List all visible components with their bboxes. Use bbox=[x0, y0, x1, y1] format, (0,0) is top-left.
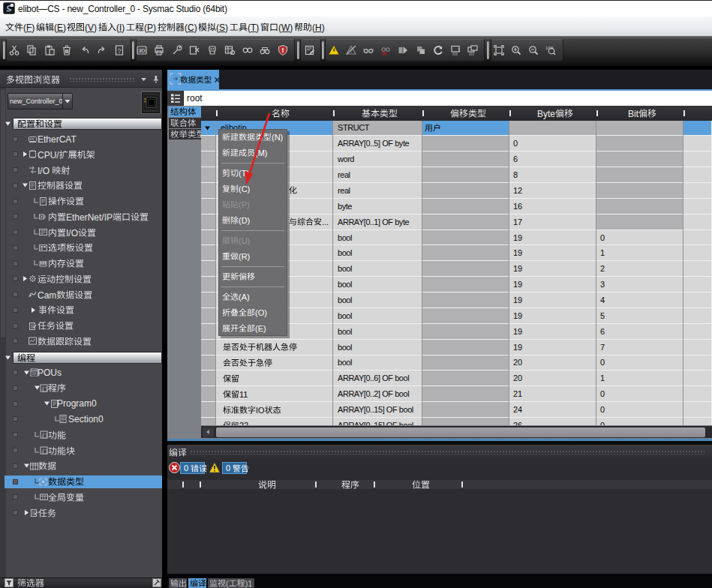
svg-text:)1: )1 bbox=[245, 579, 253, 588]
svg-text:(T): (T) bbox=[248, 22, 259, 32]
svg-text:(I): (I) bbox=[116, 22, 125, 32]
svg-text:(C): (C) bbox=[185, 22, 197, 32]
svg-text:I/O: I/O bbox=[38, 165, 50, 176]
svg-text:(S): (S) bbox=[216, 22, 228, 32]
svg-text:{}: {} bbox=[41, 432, 48, 439]
svg-text:Byte: Byte bbox=[537, 108, 555, 118]
svg-text:...: ... bbox=[322, 218, 329, 226]
svg-text:CPU/: CPU/ bbox=[38, 149, 59, 160]
svg-text:EtherNet/IP: EtherNet/IP bbox=[66, 212, 113, 222]
svg-text:(H): (H) bbox=[312, 22, 325, 32]
svg-text:(P): (P) bbox=[238, 200, 249, 209]
svg-text:(E): (E) bbox=[254, 324, 266, 333]
svg-text:(O): (O) bbox=[254, 308, 266, 317]
svg-text:{}: {} bbox=[41, 448, 48, 454]
svg-text:1: 1 bbox=[458, 47, 461, 52]
svg-text:(V): (V) bbox=[85, 22, 97, 32]
svg-text:Cam: Cam bbox=[38, 290, 56, 300]
svg-text:(P): (P) bbox=[144, 22, 156, 32]
svg-text:(A): (A) bbox=[238, 292, 249, 302]
svg-text:(E): (E) bbox=[54, 22, 66, 32]
svg-text:(R): (R) bbox=[238, 252, 249, 261]
svg-text:(W): (W) bbox=[278, 22, 293, 32]
svg-text:(: ( bbox=[226, 579, 229, 588]
svg-text:!: ! bbox=[281, 46, 284, 54]
svg-text:(U): (U) bbox=[238, 236, 249, 245]
svg-text:EtherCAT: EtherCAT bbox=[38, 134, 77, 145]
svg-text:?: ? bbox=[118, 47, 122, 55]
svg-text:3D: 3D bbox=[138, 47, 146, 54]
svg-text:IO: IO bbox=[256, 405, 265, 414]
svg-text:I/O: I/O bbox=[66, 227, 78, 238]
svg-text:(F): (F) bbox=[23, 22, 34, 32]
svg-text:(D): (D) bbox=[238, 216, 249, 225]
svg-text:11: 11 bbox=[239, 389, 248, 398]
svg-text:Bit: Bit bbox=[628, 108, 639, 118]
